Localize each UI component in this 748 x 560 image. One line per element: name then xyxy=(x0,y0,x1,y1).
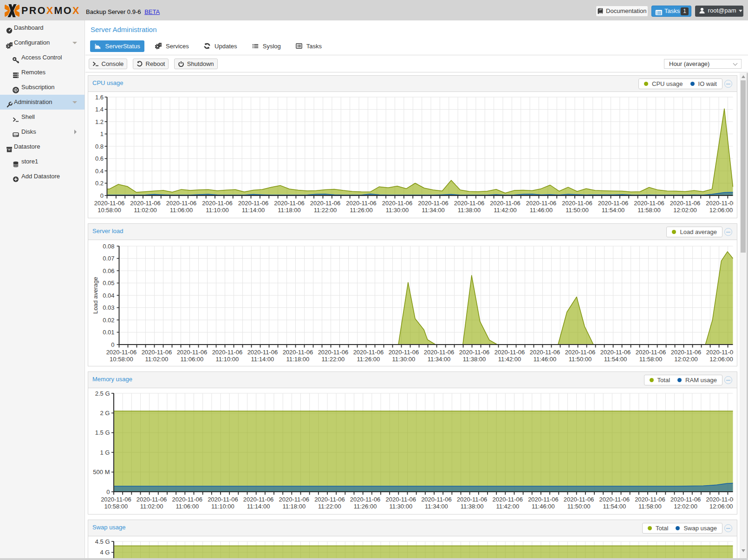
svg-text:2020-11-06: 2020-11-06 xyxy=(243,496,274,503)
svg-text:11:10:00: 11:10:00 xyxy=(211,503,234,510)
svg-text:1 G: 1 G xyxy=(100,449,110,456)
svg-text:11:50:00: 11:50:00 xyxy=(567,503,591,510)
svg-text:2020-11-06: 2020-11-06 xyxy=(564,496,594,503)
svg-text:0.04: 0.04 xyxy=(103,292,114,299)
svg-text:2 G: 2 G xyxy=(100,410,110,417)
svg-text:0.6: 0.6 xyxy=(95,155,104,162)
svg-text:2020-11-06: 2020-11-06 xyxy=(634,200,664,207)
svg-text:2020-11-06: 2020-11-06 xyxy=(424,349,455,356)
svg-text:0.07: 0.07 xyxy=(103,255,114,262)
svg-text:2020-11-06: 2020-11-06 xyxy=(208,496,238,503)
svg-text:11:18:00: 11:18:00 xyxy=(286,356,310,363)
svg-text:1: 1 xyxy=(100,130,104,137)
svg-text:11:06:00: 11:06:00 xyxy=(181,356,204,363)
svg-text:2020-11-06: 2020-11-06 xyxy=(279,496,310,503)
svg-text:11:58:00: 11:58:00 xyxy=(638,503,662,510)
svg-text:2020-11-06: 2020-11-06 xyxy=(493,496,523,503)
svg-text:2020-11-06: 2020-11-06 xyxy=(382,200,413,207)
svg-text:2020-11-06: 2020-11-06 xyxy=(172,496,203,503)
svg-text:11:38:00: 11:38:00 xyxy=(461,503,484,510)
svg-text:1.4: 1.4 xyxy=(95,106,104,113)
svg-text:2020-11-06: 2020-11-06 xyxy=(706,496,736,503)
svg-text:11:54:00: 11:54:00 xyxy=(603,503,626,510)
svg-text:11:02:00: 11:02:00 xyxy=(145,356,169,363)
svg-text:0.05: 0.05 xyxy=(103,280,114,287)
svg-text:11:22:00: 11:22:00 xyxy=(314,207,337,214)
svg-text:0: 0 xyxy=(106,488,110,495)
svg-text:10:58:00: 10:58:00 xyxy=(104,503,128,510)
svg-text:2020-11-06: 2020-11-06 xyxy=(600,349,631,356)
svg-text:1.5 G: 1.5 G xyxy=(95,429,110,436)
svg-text:11:46:00: 11:46:00 xyxy=(530,207,553,214)
svg-text:11:22:00: 11:22:00 xyxy=(318,503,341,510)
svg-text:0.4: 0.4 xyxy=(95,168,104,175)
svg-text:2020-11-06: 2020-11-06 xyxy=(418,200,449,207)
svg-text:2020-11-06: 2020-11-06 xyxy=(598,200,629,207)
svg-text:11:14:00: 11:14:00 xyxy=(242,207,265,214)
svg-text:10:58:00: 10:58:00 xyxy=(98,207,121,214)
svg-text:11:38:00: 11:38:00 xyxy=(458,207,481,214)
svg-text:11:50:00: 11:50:00 xyxy=(566,207,589,214)
svg-text:12:02:00: 12:02:00 xyxy=(673,207,697,214)
svg-text:11:26:00: 11:26:00 xyxy=(354,503,377,510)
svg-text:11:42:00: 11:42:00 xyxy=(496,503,519,510)
svg-text:2020-11-06: 2020-11-06 xyxy=(526,200,557,207)
svg-text:11:02:00: 11:02:00 xyxy=(134,207,157,214)
svg-text:2020-11-06: 2020-11-06 xyxy=(454,200,485,207)
svg-text:12:06:00: 12:06:00 xyxy=(709,503,733,510)
svg-text:11:06:00: 11:06:00 xyxy=(176,503,199,510)
svg-text:2020-11-06: 2020-11-06 xyxy=(314,496,345,503)
svg-text:2020-11-06: 2020-11-06 xyxy=(177,349,208,356)
svg-text:11:34:00: 11:34:00 xyxy=(428,356,451,363)
svg-text:11:30:00: 11:30:00 xyxy=(389,503,412,510)
svg-text:2020-11-06: 2020-11-06 xyxy=(142,349,172,356)
svg-text:11:38:00: 11:38:00 xyxy=(463,356,486,363)
svg-text:Load average: Load average xyxy=(92,277,99,314)
svg-text:2020-11-06: 2020-11-06 xyxy=(106,349,137,356)
svg-text:0: 0 xyxy=(111,341,114,348)
svg-text:11:18:00: 11:18:00 xyxy=(282,503,306,510)
svg-text:11:46:00: 11:46:00 xyxy=(532,503,555,510)
svg-text:11:14:00: 11:14:00 xyxy=(251,356,274,363)
svg-text:11:42:00: 11:42:00 xyxy=(498,356,521,363)
svg-text:0.08: 0.08 xyxy=(103,243,114,250)
svg-text:2020-11-06: 2020-11-06 xyxy=(494,349,525,356)
svg-text:2020-11-06: 2020-11-06 xyxy=(130,200,161,207)
svg-text:2020-11-06: 2020-11-06 xyxy=(346,200,377,207)
svg-text:2.5 G: 2.5 G xyxy=(95,390,110,397)
svg-text:2020-11-06: 2020-11-06 xyxy=(310,200,341,207)
svg-text:11:34:00: 11:34:00 xyxy=(422,207,445,214)
svg-text:2020-11-06: 2020-11-06 xyxy=(636,349,666,356)
svg-text:11:10:00: 11:10:00 xyxy=(216,356,239,363)
svg-text:11:18:00: 11:18:00 xyxy=(278,207,301,214)
svg-text:2020-11-06: 2020-11-06 xyxy=(212,349,243,356)
svg-text:11:26:00: 11:26:00 xyxy=(350,207,373,214)
svg-text:2020-11-06: 2020-11-06 xyxy=(459,349,490,356)
svg-text:2020-11-06: 2020-11-06 xyxy=(528,496,559,503)
svg-text:11:06:00: 11:06:00 xyxy=(170,207,193,214)
svg-text:2020-11-06: 2020-11-06 xyxy=(670,496,701,503)
svg-text:4 G: 4 G xyxy=(100,549,110,556)
svg-text:12:06:00: 12:06:00 xyxy=(709,356,733,363)
svg-text:11:54:00: 11:54:00 xyxy=(604,356,627,363)
svg-text:11:10:00: 11:10:00 xyxy=(206,207,229,214)
svg-text:0.01: 0.01 xyxy=(103,329,114,336)
svg-text:2020-11-06: 2020-11-06 xyxy=(274,200,305,207)
svg-text:12:06:00: 12:06:00 xyxy=(709,207,733,214)
svg-text:11:34:00: 11:34:00 xyxy=(425,503,448,510)
svg-text:1.6: 1.6 xyxy=(95,94,104,101)
svg-text:0.03: 0.03 xyxy=(103,304,114,311)
svg-text:2020-11-06: 2020-11-06 xyxy=(389,349,419,356)
svg-text:11:14:00: 11:14:00 xyxy=(247,503,270,510)
svg-text:2020-11-06: 2020-11-06 xyxy=(671,349,702,356)
svg-text:0.02: 0.02 xyxy=(103,317,114,324)
svg-text:12:02:00: 12:02:00 xyxy=(674,503,697,510)
svg-text:2020-11-06: 2020-11-06 xyxy=(670,200,701,207)
svg-text:2020-11-06: 2020-11-06 xyxy=(238,200,269,207)
svg-text:2020-11-06: 2020-11-06 xyxy=(166,200,197,207)
svg-text:11:30:00: 11:30:00 xyxy=(392,356,416,363)
svg-text:2020-11-06: 2020-11-06 xyxy=(706,200,736,207)
svg-text:2020-11-06: 2020-11-06 xyxy=(247,349,278,356)
svg-text:2020-11-06: 2020-11-06 xyxy=(457,496,488,503)
svg-text:2020-11-06: 2020-11-06 xyxy=(706,349,736,356)
